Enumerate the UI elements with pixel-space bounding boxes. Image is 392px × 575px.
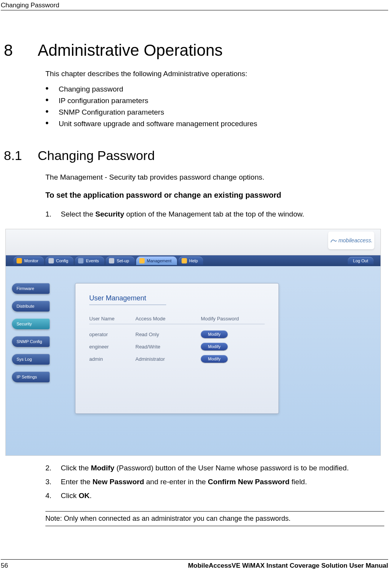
- sidebar-item-sys-log[interactable]: Sys Log: [12, 354, 50, 365]
- list-item: •IP configuration parameters: [45, 95, 388, 107]
- sidebar-item-ip-settings[interactable]: IP Settings: [12, 372, 50, 382]
- bullet-list: •Changing password •IP configuration par…: [45, 83, 388, 130]
- management-icon: [139, 258, 145, 263]
- tab-management[interactable]: Management: [136, 257, 177, 265]
- main-panel-area: User Management User Name Access Mode Mo…: [56, 266, 380, 455]
- section-title: Changing Password: [38, 148, 155, 163]
- section-heading: 8.1 Changing Password: [4, 148, 388, 163]
- modify-button[interactable]: Modify: [201, 330, 228, 338]
- bullet-icon: •: [45, 120, 48, 128]
- step-1: 1. Select the Security option of the Man…: [45, 207, 388, 221]
- list-item-text: Changing password: [58, 85, 123, 93]
- modify-button[interactable]: Modify: [201, 343, 228, 350]
- tab-setup[interactable]: Set-up: [106, 257, 134, 265]
- table-row: operator Read Only Modify: [89, 328, 265, 340]
- step-text: Click the Modify (Password) button of th…: [61, 464, 349, 472]
- step-list-bottom: 2. Click the Modify (Password) button of…: [45, 461, 388, 503]
- tab-label: Events: [86, 258, 99, 263]
- step-number: 2.: [45, 464, 54, 472]
- chapter-intro: This chapter describes the following Adm…: [45, 70, 388, 78]
- list-item-text: SNMP Configuration parameters: [58, 108, 164, 117]
- page-footer: 56 MobileAccessVE WiMAX Instant Coverage…: [1, 559, 388, 570]
- bullet-icon: •: [45, 108, 48, 117]
- header-rule: [1, 10, 388, 10]
- bullet-icon: •: [45, 97, 48, 105]
- page-header: Changing Password: [0, 0, 392, 10]
- sidebar-item-security[interactable]: Security: [12, 318, 50, 329]
- tab-monitor[interactable]: Monitor: [13, 257, 44, 265]
- tab-label: Config: [56, 258, 68, 263]
- monitor-icon: [17, 258, 22, 263]
- cell-mode: Read/Write: [135, 344, 201, 350]
- cell-mode: Read Only: [135, 332, 201, 337]
- header-modify-password: Modify Password: [201, 316, 251, 322]
- events-icon: [78, 258, 83, 263]
- step-3: 3. Enter the New Password and re-enter i…: [45, 475, 388, 489]
- table-row: engineer Read/Write Modify: [89, 340, 265, 353]
- chapter-number: 8: [4, 41, 19, 60]
- step-list-top: 1. Select the Security option of the Man…: [45, 207, 388, 221]
- tab-label: Monitor: [24, 258, 38, 263]
- panel-title-underline: [89, 305, 166, 305]
- section-intro: The Management - Security tab provides p…: [45, 173, 388, 182]
- chapter-title: Administrative Operations: [38, 41, 223, 60]
- step-text: Enter the New Password and re-enter in t…: [61, 478, 307, 486]
- cell-mode: Administrator: [135, 356, 201, 362]
- sidebar: Firmware Distribute Security SNMP Config…: [6, 266, 56, 455]
- user-table: User Name Access Mode Modify Password op…: [89, 316, 265, 365]
- mobileaccess-logo: mobileaccess.: [328, 232, 374, 249]
- logout-button[interactable]: Log Out: [348, 257, 374, 265]
- tab-label: Set-up: [117, 258, 129, 263]
- step-number: 4.: [45, 492, 54, 500]
- tab-config[interactable]: Config: [45, 257, 74, 265]
- footer-rule: [1, 559, 388, 560]
- step-number: 3.: [45, 478, 54, 486]
- step-2: 2. Click the Modify (Password) button of…: [45, 461, 388, 475]
- table-row: admin Administrator Modify: [89, 353, 265, 365]
- cell-user: engineer: [89, 344, 135, 350]
- app-header-area: mobileaccess.: [6, 229, 380, 255]
- sidebar-item-distribute[interactable]: Distribute: [12, 301, 50, 312]
- header-user-name: User Name: [89, 316, 135, 322]
- help-icon: [182, 258, 187, 263]
- section-number: 8.1: [4, 148, 27, 163]
- panel-title: User Management: [89, 294, 265, 302]
- cell-user: admin: [89, 356, 135, 362]
- step-4: 4. Click OK.: [45, 489, 388, 503]
- tab-label: Management: [147, 258, 172, 263]
- table-header-row: User Name Access Mode Modify Password: [89, 316, 265, 324]
- screenshot-figure: mobileaccess. Monitor Config Events Set-…: [5, 229, 381, 456]
- footer-title: MobileAccessVE WiMAX Instant Coverage So…: [188, 562, 388, 570]
- step-text: Click OK.: [61, 492, 92, 500]
- logo-text: mobileaccess.: [339, 237, 373, 243]
- procedure-heading: To set the application password or chang…: [45, 191, 388, 200]
- note-box: Note: Only when connected as an administ…: [45, 511, 384, 526]
- sidebar-item-firmware[interactable]: Firmware: [12, 283, 50, 294]
- list-item: •SNMP Configuration parameters: [45, 107, 388, 118]
- user-management-panel: User Management User Name Access Mode Mo…: [75, 283, 279, 414]
- chapter-heading: 8 Administrative Operations: [4, 41, 388, 60]
- sidebar-item-snmp-config[interactable]: SNMP Config: [12, 336, 50, 347]
- tab-help[interactable]: Help: [178, 257, 204, 265]
- logo-wave-icon: [330, 237, 337, 244]
- page-number: 56: [1, 562, 8, 570]
- list-item-text: IP configuration parameters: [58, 97, 148, 105]
- list-item: •Unit software upgrade and software mana…: [45, 118, 388, 130]
- list-item: •Changing password: [45, 83, 388, 95]
- cell-user: operator: [89, 332, 135, 337]
- top-tab-bar: Monitor Config Events Set-up Management …: [6, 255, 380, 266]
- bullet-icon: •: [45, 85, 48, 93]
- header-access-mode: Access Mode: [135, 316, 201, 322]
- modify-button[interactable]: Modify: [201, 355, 228, 363]
- tab-events[interactable]: Events: [75, 257, 104, 265]
- config-icon: [48, 258, 54, 263]
- step-number: 1.: [45, 210, 54, 218]
- tab-label: Help: [189, 258, 198, 263]
- setup-icon: [109, 258, 114, 263]
- step-text: Select the Security option of the Manage…: [61, 210, 304, 218]
- list-item-text: Unit software upgrade and software manag…: [58, 120, 257, 128]
- app-body: Firmware Distribute Security SNMP Config…: [6, 266, 380, 455]
